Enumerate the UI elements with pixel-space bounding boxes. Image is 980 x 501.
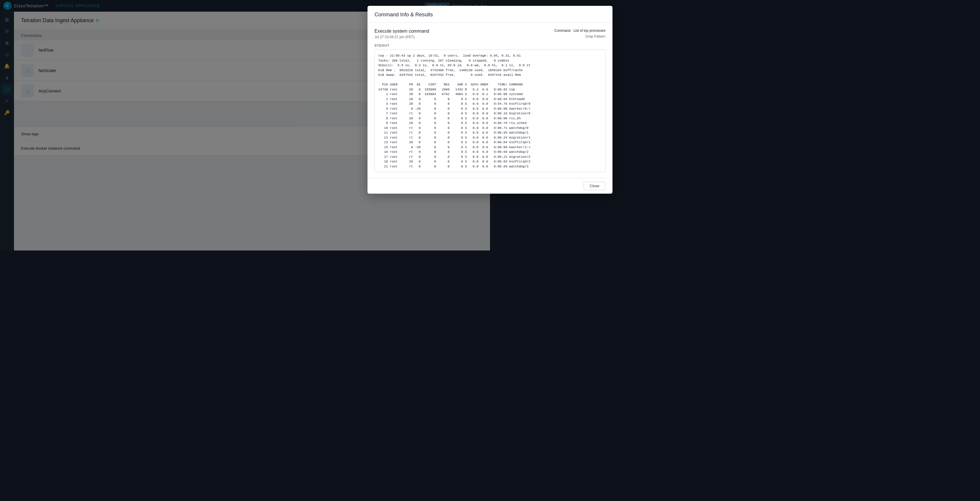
modal-title: Command Info & Results	[374, 12, 490, 18]
execute-info: Execute system command Jul 27 03:08:37 p…	[374, 29, 430, 39]
modal-overlay: Command Info & Results Execute system co…	[0, 0, 490, 250]
execute-title: Execute system command	[374, 29, 430, 34]
execute-date: Jul 27 03:08:37 pm (PDT)	[374, 35, 430, 39]
modal-header: Command Info & Results	[368, 6, 490, 23]
modal-body: Execute system command Jul 27 03:08:37 p…	[368, 23, 490, 178]
stdout-label: STDOUT	[374, 44, 490, 47]
modal-dialog: Command Info & Results Execute system co…	[368, 6, 490, 194]
stdout-content: top - 22:08:43 up 2 days, 19:51, 0 users…	[374, 49, 490, 172]
execute-section: Execute system command Jul 27 03:08:37 p…	[374, 29, 490, 39]
modal-footer: Close	[368, 178, 490, 194]
